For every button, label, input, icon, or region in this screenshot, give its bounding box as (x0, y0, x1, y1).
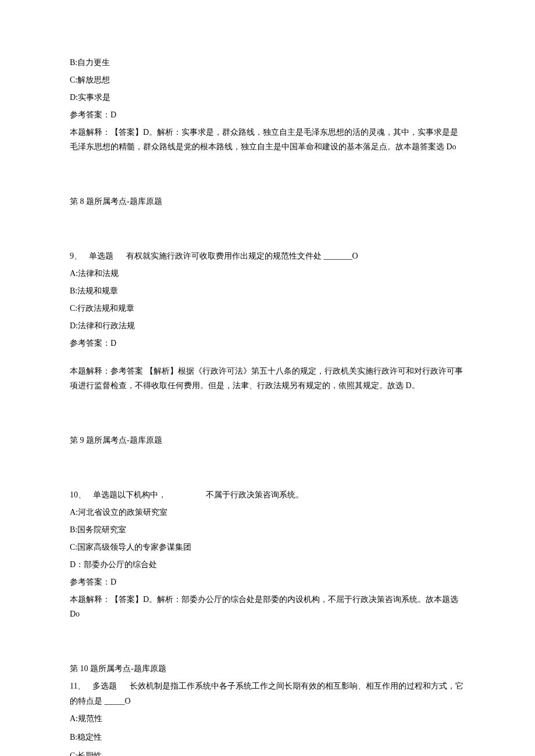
q10-number: 10、 (70, 490, 86, 499)
q10-answer: 参考答案：D (70, 575, 465, 590)
q8-option-c: C:解放思想 (70, 73, 465, 88)
q11-stem: 11、多选题长效机制是指工作系统中各子系统工作之间长期有效的相互影响、相互作用的… (70, 679, 465, 709)
q11-option-c: C:长期性 (70, 748, 465, 756)
q9-number: 9、 (70, 252, 82, 260)
q10-explanation: 本题解释：【答案】D。解析：部委办公厅的综合处是部委的内设机构，不屈于行政决策咨… (70, 592, 465, 622)
q9-option-d: D:法律和行政法规 (70, 318, 465, 334)
q8-explanation: 本题解释：【答案】D。解析：实事求是，群众路线，独立自主是毛泽东思想的活的灵魂，… (70, 125, 465, 155)
q9-tag: 第 9 题所属考点-题库原题 (70, 433, 465, 448)
q9-answer: 参考答案：D (70, 336, 465, 351)
q9-option-b: B:法规和规章 (70, 284, 465, 299)
q10-option-d: D：部委办公厅的综合处 (70, 557, 465, 572)
q8-tag: 第 8 题所属考点-题库原题 (70, 194, 465, 209)
q11-number: 11、 (70, 682, 85, 690)
q8-answer: 参考答案：D (70, 108, 465, 123)
q11-options: A:规范性 B:稳定性 C:长期性 D:确定性 参考答案：ABC (70, 711, 465, 756)
q8-option-b: B:自力更生 (70, 55, 465, 70)
q10-option-b: B:国务院研究室 (70, 522, 465, 538)
q11-option-a: A:规范性 (70, 711, 465, 726)
q11-text: 长效机制是指工作系统中各子系统工作之间长期有效的相互影响、相互作用的过程和方式，… (70, 682, 463, 705)
q8-option-d: D:实事求是 (70, 90, 465, 105)
q10-type: 单选题以下机构中， (93, 490, 166, 499)
q9-option-a: A:法律和法规 (70, 266, 465, 281)
q9-option-c: C:行政法规和规章 (70, 301, 465, 316)
q11-type: 多选题 (92, 682, 117, 690)
q10-text: 不属于行政决策咨询系统。 (206, 490, 304, 499)
q10-option-a: A:河北省设立的政策研究室 (70, 505, 465, 520)
q9-type: 单选题 (89, 252, 113, 260)
q10-tag: 第 10 题所属考点-题库原题 (70, 661, 465, 676)
q10-option-c: C:国家高级领导人的专家参谋集团 (70, 540, 465, 555)
q9-explanation: 本题解释：参考答案 【解析】根据《行政许可法》第五十八条的规定，行政机关实施行政… (70, 364, 465, 394)
q11-option-b: B:稳定性 (70, 730, 465, 745)
q9-stem: 9、单选题有权就实施行政许可收取费用作出规定的规范性文件处 _______O (70, 249, 465, 264)
q9-text: 有权就实施行政许可收取费用作出规定的规范性文件处 _______O (126, 252, 358, 260)
q10-stem: 10、单选题以下机构中，不属于行政决策咨询系统。 (70, 488, 465, 503)
